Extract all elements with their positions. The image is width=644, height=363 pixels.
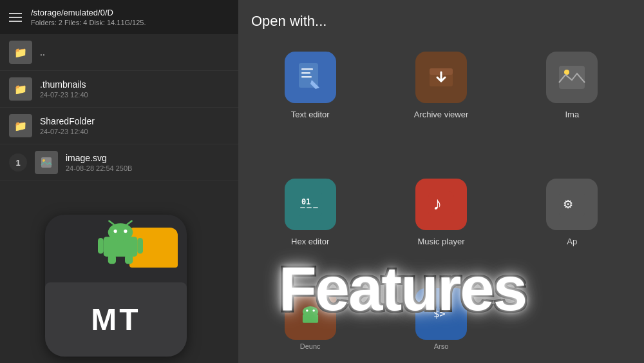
svg-text:♪: ♪ [433,193,442,213]
svg-text:$>: $> [433,308,446,320]
file-details: .. [40,47,229,57]
file-name: image.svg [66,153,229,163]
file-details: image.svg 24-08-28 22:54 250B [66,153,229,172]
bottom2-label: Arso [434,342,449,350]
text-editor-icon [285,52,336,103]
file-icon [35,151,58,174]
svg-line-6 [109,221,114,224]
svg-point-20 [564,70,569,75]
svg-rect-15 [301,76,312,78]
file-meta: 24-07-23 12:40 [40,91,229,99]
bottom-apps-row: Deunc $> Arso [251,288,631,350]
hex-editor-icon: 01 [285,179,336,230]
file-manager-panel: /storage/emulated/0/D Folders: 2 Files: … [0,0,238,363]
svg-rect-11 [125,255,133,264]
svg-rect-9 [137,238,143,254]
dialog-title: Open with... [251,13,631,30]
text-editor-label: Text editor [291,110,330,119]
svg-point-32 [306,309,308,311]
archive-viewer-icon [415,52,467,103]
list-item[interactable]: 📁 SharedFolder 24-07-23 12:40 [0,108,238,144]
disk-info: Folders: 2 Files: 4 Disk: 14.11G/125. [31,19,229,26]
svg-point-4 [114,230,117,233]
music-player-label: Music player [418,237,465,246]
music-player-icon: ♪ [415,179,467,230]
app-container: /storage/emulated/0/D Folders: 2 Files: … [0,0,644,363]
file-meta: 24-08-28 22:54 250B [66,164,229,172]
svg-rect-8 [98,238,104,254]
ap-icon: ⚙ [546,179,598,230]
app-item-bottom2[interactable]: $> Arso [382,288,500,350]
hex-editor-label: Hex editor [291,237,329,246]
app-item-text-editor[interactable]: Text editor [251,45,369,159]
path-info: /storage/emulated/0/D Folders: 2 Files: … [31,8,229,26]
folder-icon: 📁 [9,77,32,101]
image-viewer-icon [546,52,598,103]
app-item-ap[interactable]: ⚙ Ap [513,172,631,286]
top-bar: /storage/emulated/0/D Folders: 2 Files: … [0,0,238,34]
file-details: SharedFolder 24-07-23 12:40 [40,116,229,135]
file-name: SharedFolder [40,116,229,126]
hamburger-icon[interactable] [9,13,22,22]
folder-icon: 📁 [9,114,32,137]
archive-viewer-label: Archive viewer [414,110,469,119]
app-item-archive-viewer[interactable]: Archive viewer [382,45,500,159]
file-name: .thumbnails [40,79,229,90]
file-name: .. [40,47,229,57]
app-item-bottom3[interactable] [513,288,631,350]
folder-icon: 📁 [9,41,32,64]
svg-rect-14 [301,72,310,74]
mt-logo-text: MT [91,302,140,337]
file-meta: 24-07-23 12:40 [40,128,229,135]
svg-rect-34 [303,314,318,323]
current-path: /storage/emulated/0/D [31,8,229,17]
svg-rect-13 [301,68,313,70]
list-item[interactable]: 1 image.svg 24-08-28 22:54 250B [0,144,238,181]
svg-point-5 [124,230,127,233]
svg-text:⚙: ⚙ [563,198,573,211]
open-with-dialog: Open with... Text editor [238,0,644,363]
file-list: 📁 .. 📁 .thumbnails 24-07-23 12:40 📁 Shar… [0,34,238,208]
mt-logo-container: MT [45,215,193,363]
app-item-music-player[interactable]: ♪ Music player [382,172,500,286]
image-viewer-label: Ima [565,110,579,119]
apps-grid: Text editor Archive viewer [251,45,631,286]
svg-rect-24 [307,207,312,208]
svg-rect-23 [300,207,305,208]
bottom1-label: Deunc [300,342,321,350]
svg-rect-25 [313,207,318,208]
mt-logo: MT [45,215,187,357]
app-item-image-viewer[interactable]: Ima [513,45,631,159]
svg-point-3 [108,223,133,241]
file-details: .thumbnails 24-07-23 12:40 [40,79,229,99]
android-app-icon [285,288,336,340]
svg-text:01: 01 [301,197,310,206]
list-item[interactable]: 📁 .. [0,34,238,71]
terminal-app-icon: $> [415,288,467,340]
svg-rect-10 [108,255,116,264]
file-badge: 1 [9,153,27,172]
android-icon [98,220,143,265]
ap-label: Ap [567,237,577,246]
svg-point-33 [312,309,314,311]
svg-line-7 [128,221,132,224]
app-item-hex-editor[interactable]: 01 Hex editor [251,172,369,286]
app-item-bottom1[interactable]: Deunc [251,288,369,350]
list-item[interactable]: 📁 .thumbnails 24-07-23 12:40 [0,71,238,108]
